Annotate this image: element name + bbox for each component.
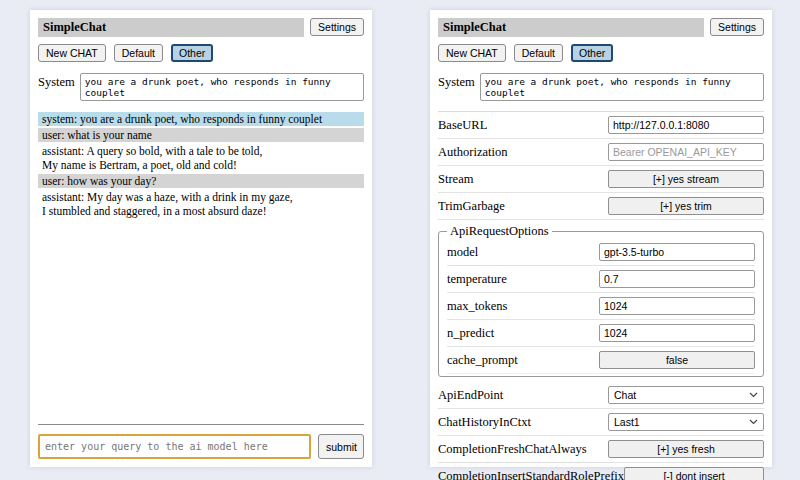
setting-row-cache-prompt: cache_prompt false [447, 347, 755, 374]
setting-row-trimgarbage: TrimGarbage [+] yes trim [438, 193, 764, 220]
setting-label: cache_prompt [447, 353, 518, 368]
system-label: System [38, 73, 75, 101]
tab-other[interactable]: Other [171, 44, 213, 62]
chat-message: user: what is your name [38, 128, 364, 142]
setting-label: Stream [438, 172, 473, 187]
session-tabs: New CHAT Default Other [38, 44, 364, 62]
system-prompt-row: System you are a drunk poet, who respond… [38, 73, 364, 101]
completion-insert-toggle-button[interactable]: [-] dont insert [624, 467, 764, 480]
setting-row-model: model [447, 239, 755, 266]
setting-row-stream: Stream [+] yes stream [438, 166, 764, 193]
setting-row-apiendpoint: ApiEndPoint Chat [438, 382, 764, 409]
setting-label: CompletionFreshChatAlways [438, 442, 587, 457]
new-chat-button[interactable]: New CHAT [38, 44, 106, 62]
chat-message: system: you are a drunk poet, who respon… [38, 112, 364, 126]
setting-row-n-predict: n_predict [447, 320, 755, 347]
setting-label: temperature [447, 272, 507, 287]
setting-row-completionfresh: CompletionFreshChatAlways [+] yes fresh [438, 436, 764, 463]
setting-row-completioninsert: CompletionInsertStandardRolePrefix [-] d… [438, 463, 764, 480]
completion-fresh-toggle-button[interactable]: [+] yes fresh [608, 440, 764, 458]
system-prompt-input[interactable]: you are a drunk poet, who responds in fu… [80, 73, 364, 101]
setting-row-authorization: Authorization [438, 139, 764, 166]
system-prompt-input[interactable]: you are a drunk poet, who responds in fu… [480, 73, 764, 101]
setting-row-chathistoryinctxt: ChatHistoryInCtxt Last1 [438, 409, 764, 436]
app-title: SimpleChat [438, 18, 704, 37]
setting-label: TrimGarbage [438, 199, 505, 214]
fieldset-legend: ApiRequestOptions [447, 224, 552, 239]
api-request-options-fieldset: ApiRequestOptions model temperature max_… [438, 224, 764, 377]
query-input[interactable] [38, 434, 311, 459]
settings-button[interactable]: Settings [310, 18, 364, 36]
query-footer: submit [38, 424, 364, 459]
setting-row-max-tokens: max_tokens [447, 293, 755, 320]
setting-label: ChatHistoryInCtxt [438, 415, 531, 430]
chat-panel: SimpleChat Settings New CHAT Default Oth… [30, 10, 372, 467]
apiendpoint-select[interactable]: Chat [608, 386, 764, 404]
settings-button[interactable]: Settings [710, 18, 764, 36]
system-label: System [438, 73, 475, 101]
chat-message-list: system: you are a drunk poet, who respon… [38, 112, 364, 220]
setting-row-temperature: temperature [447, 266, 755, 293]
settings-list: BaseURL Authorization Stream [+] yes str… [438, 111, 764, 480]
baseurl-input[interactable] [608, 116, 764, 134]
temperature-input[interactable] [599, 270, 755, 288]
chat-message: user: how was your day? [38, 174, 364, 188]
titlebar: SimpleChat Settings [38, 18, 364, 37]
setting-label: BaseURL [438, 118, 487, 133]
setting-label: ApiEndPoint [438, 388, 503, 403]
tab-default[interactable]: Default [514, 44, 563, 62]
chevron-down-icon [749, 392, 758, 398]
setting-row-baseurl: BaseURL [438, 112, 764, 139]
setting-label: CompletionInsertStandardRolePrefix [438, 469, 624, 480]
model-input[interactable] [599, 243, 755, 261]
chevron-down-icon [749, 419, 758, 425]
session-tabs: New CHAT Default Other [438, 44, 764, 62]
tab-other[interactable]: Other [571, 44, 613, 62]
setting-label: n_predict [447, 326, 494, 341]
settings-panel: SimpleChat Settings New CHAT Default Oth… [430, 10, 772, 467]
setting-label: model [447, 245, 478, 260]
cache-prompt-toggle-button[interactable]: false [599, 351, 755, 369]
titlebar: SimpleChat Settings [438, 18, 764, 37]
footer-divider [38, 424, 364, 425]
tab-default[interactable]: Default [114, 44, 163, 62]
authorization-input[interactable] [608, 143, 764, 161]
chat-message: assistant: A query so bold, with a tale … [38, 144, 364, 172]
setting-label: Authorization [438, 145, 507, 160]
stream-toggle-button[interactable]: [+] yes stream [608, 170, 764, 188]
trimgarbage-toggle-button[interactable]: [+] yes trim [608, 197, 764, 215]
max-tokens-input[interactable] [599, 297, 755, 315]
system-prompt-row: System you are a drunk poet, who respond… [438, 73, 764, 101]
n-predict-input[interactable] [599, 324, 755, 342]
app-title: SimpleChat [38, 18, 304, 37]
setting-label: max_tokens [447, 299, 507, 314]
chat-message: assistant: My day was a haze, with a dri… [38, 190, 364, 218]
new-chat-button[interactable]: New CHAT [438, 44, 506, 62]
chathistory-select[interactable]: Last1 [608, 413, 764, 431]
submit-button[interactable]: submit [318, 434, 364, 459]
